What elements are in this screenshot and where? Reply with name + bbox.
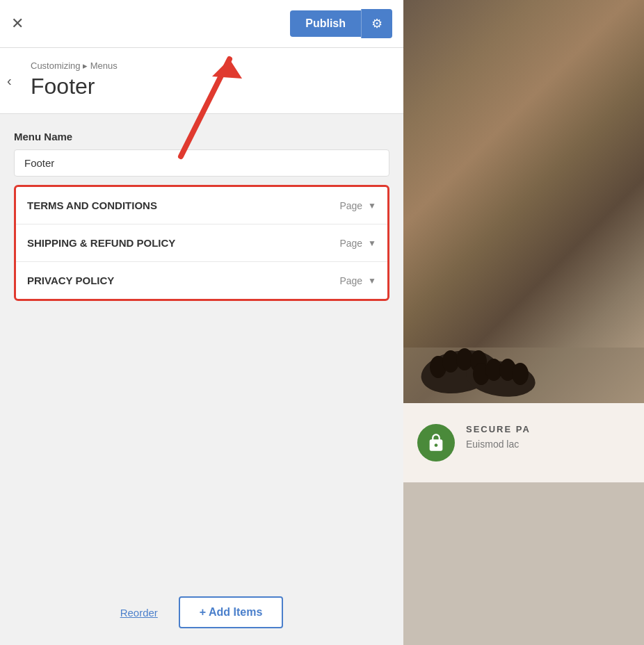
menu-item-shipping-right: Page ▼ — [339, 238, 376, 249]
top-bar-actions: Publish ⚙ — [290, 9, 392, 38]
lock-icon-circle — [417, 424, 455, 462]
panel-header: ‹ Customizing ▸ Menus Footer — [0, 48, 403, 114]
menu-item-shipping-label: SHIPPING & REFUND POLICY — [27, 237, 175, 249]
page-title: Footer — [14, 74, 389, 99]
dog-photo — [403, 0, 644, 403]
menu-item-privacy[interactable]: PRIVACY POLICY Page ▼ — [16, 262, 387, 299]
chevron-down-icon: ▼ — [368, 201, 376, 211]
lock-icon — [426, 433, 446, 452]
menu-name-input[interactable] — [14, 149, 389, 177]
menu-item-shipping-type: Page — [339, 238, 362, 249]
gear-icon: ⚙ — [371, 17, 383, 31]
secure-section: SECURE PA Euismod lac — [403, 403, 644, 482]
secure-text: SECURE PA Euismod lac — [466, 424, 630, 450]
breadcrumb: Customizing ▸ Menus — [14, 60, 389, 71]
menu-item-terms-label: TERMS AND CONDITIONS — [27, 199, 157, 211]
add-items-button[interactable]: + Add Items — [179, 596, 284, 628]
top-bar: ✕ Publish ⚙ — [0, 0, 403, 48]
secure-title: SECURE PA — [466, 424, 630, 434]
publish-button[interactable]: Publish — [290, 10, 361, 37]
menu-item-shipping[interactable]: SHIPPING & REFUND POLICY Page ▼ — [16, 224, 387, 262]
right-panel: SECURE PA Euismod lac — [403, 0, 644, 645]
back-button[interactable]: ‹ — [0, 73, 19, 89]
menu-item-terms-right: Page ▼ — [339, 200, 376, 211]
menu-item-terms[interactable]: TERMS AND CONDITIONS Page ▼ — [16, 187, 387, 224]
back-icon: ‹ — [7, 73, 12, 88]
left-panel: ✕ Publish ⚙ ‹ Customizing ▸ Menus Footer… — [0, 0, 403, 645]
dog-photo-inner — [403, 0, 644, 403]
secure-desc: Euismod lac — [466, 439, 630, 450]
menu-item-privacy-right: Page ▼ — [339, 275, 376, 286]
bottom-actions: Reorder + Add Items — [0, 585, 403, 645]
close-button[interactable]: ✕ — [11, 16, 24, 31]
svg-point-12 — [512, 363, 529, 385]
chevron-down-icon: ▼ — [368, 276, 376, 286]
content-area: Menu Name TERMS AND CONDITIONS Page ▼ SH… — [0, 114, 403, 585]
chevron-down-icon: ▼ — [368, 238, 376, 248]
paw-area — [403, 264, 644, 403]
menu-items-box: TERMS AND CONDITIONS Page ▼ SHIPPING & R… — [14, 185, 389, 301]
menu-name-label: Menu Name — [14, 131, 389, 142]
settings-button[interactable]: ⚙ — [361, 9, 392, 38]
reorder-button[interactable]: Reorder — [120, 607, 158, 619]
menu-item-privacy-label: PRIVACY POLICY — [27, 275, 114, 286]
menu-item-privacy-type: Page — [339, 275, 362, 286]
menu-item-terms-type: Page — [339, 200, 362, 211]
